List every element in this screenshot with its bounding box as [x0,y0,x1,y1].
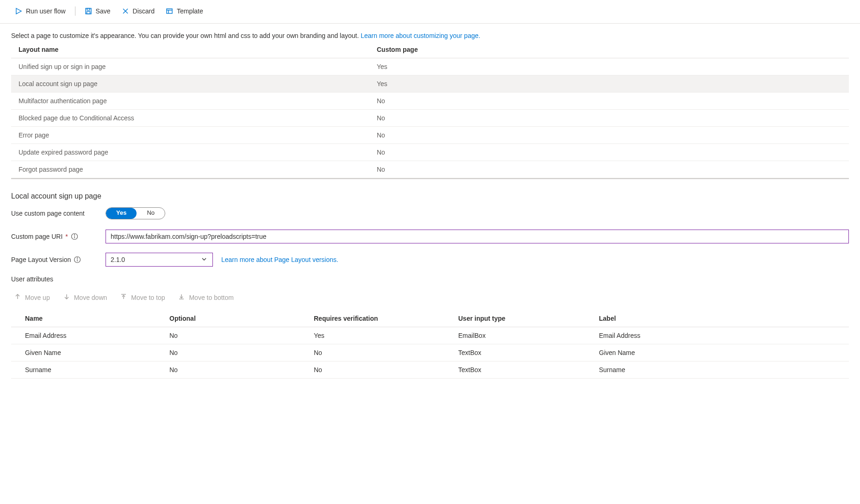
toggle-no[interactable]: No [137,208,165,219]
layouts-header-row: Layout name Custom page [11,41,849,58]
ua-cell-label: Given Name [599,349,835,356]
table-row[interactable]: Unified sign up or sign in pageYes [11,58,849,75]
arrow-top-icon [120,293,127,302]
layout-custom-cell: Yes [377,80,841,87]
layout-name-cell: Blocked page due to Conditional Access [19,114,377,122]
template-button[interactable]: Template [162,6,207,17]
page-layout-version-row: Page Layout Version 2.1.0 Learn more abo… [11,252,849,267]
move-to-bottom-label: Move to bottom [189,294,234,301]
ua-cell-type: TextBox [458,349,599,356]
template-label: Template [177,7,203,15]
page-layout-version-link[interactable]: Learn more about Page Layout versions. [221,256,338,263]
close-icon [122,7,129,15]
ua-cell-optional: No [169,332,314,339]
ua-cell-label: Surname [599,366,835,373]
ua-cell-requires: No [314,349,458,356]
layout-name-cell: Error page [19,131,377,139]
move-up-label: Move up [25,294,50,301]
svg-marker-0 [16,8,21,14]
ua-cell-name: Email Address [25,332,169,339]
page-layout-version-label-text: Page Layout Version [11,256,71,263]
table-row[interactable]: Blocked page due to Conditional AccessNo [11,110,849,127]
ua-cell-type: EmailBox [458,332,599,339]
layout-custom-cell: Yes [377,63,841,70]
svg-point-11 [74,235,75,235]
save-button[interactable]: Save [81,6,114,17]
svg-rect-6 [167,9,172,13]
move-up-button[interactable]: Move up [11,291,53,304]
ua-header-type: User input type [458,315,599,322]
move-to-bottom-button[interactable]: Move to bottom [175,291,237,304]
chevron-down-icon [200,255,208,264]
custom-uri-input[interactable] [106,230,849,243]
ua-header-requires: Requires verification [314,315,458,322]
table-row[interactable]: Update expired password pageNo [11,144,849,161]
layouts-header-custom: Custom page [377,46,841,53]
layout-custom-cell: No [377,166,841,173]
arrow-bottom-icon [178,293,185,302]
layouts-table: Layout name Custom page Unified sign up … [11,41,849,179]
svg-point-14 [77,258,78,258]
ua-cell-name: Surname [25,366,169,373]
move-to-top-button[interactable]: Move to top [117,291,168,304]
toolbar-separator [75,6,75,16]
layout-custom-cell: No [377,149,841,156]
page-layout-version-select[interactable]: 2.1.0 [106,253,213,267]
layout-name-cell: Multifactor authentication page [19,97,377,105]
table-row[interactable]: Error pageNo [11,127,849,144]
toggle-yes[interactable]: Yes [106,208,137,219]
play-icon [15,7,22,15]
ua-cell-label: Email Address [599,332,835,339]
layout-name-cell: Local account sign up page [19,80,377,87]
user-attributes-table: Name Optional Requires verification User… [11,310,849,379]
ua-header-name: Name [25,315,169,322]
info-icon[interactable] [71,233,78,240]
svg-rect-3 [87,12,90,14]
layout-custom-cell: No [377,97,841,105]
table-row[interactable]: Email AddressNoYesEmailBoxEmail Address [11,327,849,344]
use-custom-row: Use custom page content Yes No [11,206,849,221]
table-row[interactable]: SurnameNoNoTextBoxSurname [11,361,849,379]
move-to-top-label: Move to top [131,294,165,301]
use-custom-toggle[interactable]: Yes No [106,207,165,219]
arrow-up-icon [14,293,21,302]
ua-cell-name: Given Name [25,349,169,356]
page-layout-version-label: Page Layout Version [11,256,97,263]
ua-header-optional: Optional [169,315,314,322]
save-icon [85,7,92,15]
table-row[interactable]: Given NameNoNoTextBoxGiven Name [11,344,849,361]
layout-custom-cell: No [377,114,841,122]
ua-header-label: Label [599,315,835,322]
command-bar: Run user flow Save Discard Template [0,0,860,24]
user-attributes-toolbar: Move up Move down Move to top Move to bo… [11,288,849,308]
run-user-flow-label: Run user flow [26,7,66,15]
intro-description: Select a page to customize it's appearan… [11,32,361,39]
table-row[interactable]: Local account sign up pageYes [11,75,849,93]
table-row[interactable]: Multifactor authentication pageNo [11,93,849,110]
custom-uri-label: Custom page URI * [11,233,97,240]
layout-name-cell: Update expired password page [19,149,377,156]
run-user-flow-button[interactable]: Run user flow [11,6,69,17]
arrow-down-icon [63,293,70,302]
ua-cell-requires: Yes [314,332,458,339]
discard-button[interactable]: Discard [118,6,158,17]
user-attributes-heading: User attributes [11,275,849,283]
save-label: Save [96,7,111,15]
template-icon [166,7,173,15]
custom-uri-label-text: Custom page URI [11,233,62,240]
custom-uri-row: Custom page URI * [11,229,849,244]
move-down-label: Move down [74,294,107,301]
learn-more-link[interactable]: Learn more about customizing your page. [361,32,480,39]
layout-custom-cell: No [377,131,841,139]
layouts-header-name: Layout name [19,46,377,53]
detail-section: Local account sign up page Use custom pa… [0,179,860,379]
required-asterisk: * [65,233,68,240]
ua-cell-optional: No [169,366,314,373]
info-icon[interactable] [74,256,81,263]
discard-label: Discard [133,7,155,15]
move-down-button[interactable]: Move down [60,291,110,304]
svg-rect-2 [87,8,90,10]
table-row[interactable]: Forgot password pageNo [11,161,849,178]
intro-text: Select a page to customize it's appearan… [0,24,860,39]
ua-cell-requires: No [314,366,458,373]
